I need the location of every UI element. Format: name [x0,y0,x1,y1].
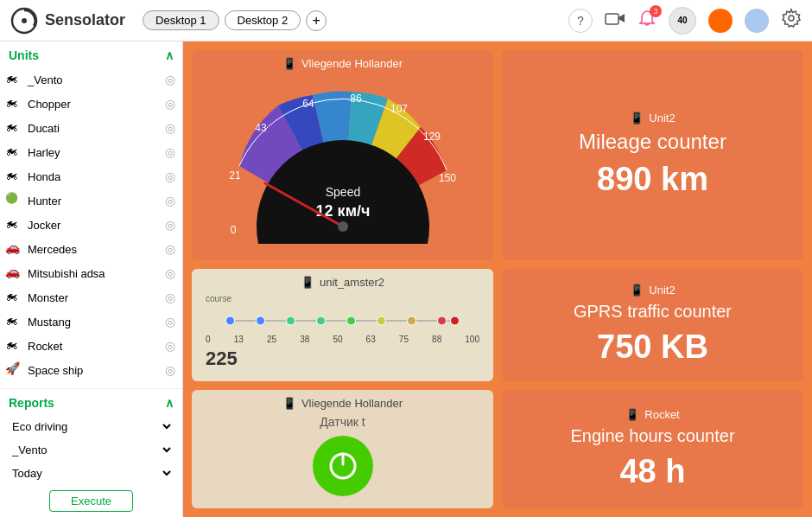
svg-rect-2 [606,14,619,24]
svg-point-25 [408,316,416,325]
svg-text:64: 64 [302,98,314,110]
desktop2-tab[interactable]: Desktop 2 [225,10,301,30]
speedometer-widget: 📱 Vliegende Hollander [192,50,493,260]
mercedes-icon: 🚗 [5,240,22,258]
honda-name: Honda [28,170,165,183]
ducati-name: Ducati [28,122,165,135]
reports-collapse-icon[interactable]: ∧ [165,396,174,410]
settings-icon[interactable] [781,8,802,33]
sidebar-item-spaceship[interactable]: 🚀 Space ship ◎ [0,358,182,382]
sidebar-item-chopper[interactable]: 🏍 Chopper ◎ [0,92,182,116]
engine-value: 48 h [619,453,685,490]
jocker-name: Jocker [28,219,165,232]
monster-name: Monster [28,291,165,304]
report-type-row[interactable]: Eco driving Speed report Mileage report [0,415,182,438]
course-track [199,307,486,335]
units-label: Units [9,48,39,62]
mileage-value: 890 km [597,161,708,198]
report-unit-select[interactable]: _Vento Chopper Rocket [9,443,174,457]
mileage-title: Mileage counter [579,130,726,154]
reports-section: Reports ∧ Eco driving Speed report Milea… [0,388,182,517]
course-value: 225 [199,344,486,370]
sidebar-item-mustang[interactable]: 🏍 Mustang ◎ [0,310,182,334]
notification-icon[interactable]: 3 [638,9,657,32]
svg-point-27 [451,316,460,325]
report-unit-row[interactable]: _Vento Chopper Rocket [0,438,182,462]
spaceship-icon: 🚀 [5,361,22,379]
sidebar: Units ∧ 🏍 _Vento ◎ 🏍 Chopper ◎ 🏍 Ducati … [0,41,183,517]
speedometer-phone-icon: 📱 [282,57,296,70]
sidebar-item-rocket[interactable]: 🏍 Rocket ◎ [0,334,182,358]
mileage-unit-label: Unit2 [649,112,675,124]
svg-text:43: 43 [255,122,267,134]
speedometer-container: 0 21 43 64 86 107 129 150 Speed 12 км/ч [199,75,486,248]
sidebar-item-mitsubishi[interactable]: 🚗 Mitsubishi adsa ◎ [0,261,182,285]
units-collapse-icon[interactable]: ∧ [165,48,174,62]
camera-icon[interactable] [605,10,625,30]
mileage-widget: 📱 Unit2 Mileage counter 890 km [502,50,803,260]
harley-icon: 🏍 [5,144,22,161]
sidebar-item-jocker[interactable]: 🏍 Jocker ◎ [0,213,182,237]
add-desktop-button[interactable]: + [306,10,327,31]
main-content: 📱 Vliegende Hollander [183,41,812,517]
svg-marker-3 [619,14,625,22]
report-period-row[interactable]: Today Yesterday This week [0,462,182,485]
sidebar-item-mercedes[interactable]: 🚗 Mercedes ◎ [0,237,182,261]
course-track-svg [206,310,479,331]
harley-check: ◎ [165,145,175,159]
sidebar-item-ducati[interactable]: 🏍 Ducati ◎ [0,116,182,140]
sidebar-item-vento[interactable]: 🏍 _Vento ◎ [0,67,182,92]
svg-point-24 [377,316,386,325]
mitsubishi-icon: 🚗 [5,265,22,282]
vento-icon: 🏍 [5,71,22,88]
sidebar-item-honda[interactable]: 🏍 Honda ◎ [0,164,182,188]
course-widget: 📱 unit_amster2 course [192,269,493,382]
mileage-phone-icon: 📱 [630,112,644,124]
report-period-select[interactable]: Today Yesterday This week [9,466,174,481]
gprs-header: 📱 Unit2 [630,284,675,297]
execute-button[interactable]: Execute [49,490,133,512]
engine-header: 📱 Rocket [625,408,679,421]
gprs-phone-icon: 📱 [630,284,644,297]
jocker-icon: 🏍 [5,216,22,233]
course-unit-label: unit_amster2 [320,276,384,289]
svg-text:86: 86 [350,93,362,105]
desktop1-tab[interactable]: Desktop 1 [143,10,219,30]
svg-point-17 [338,221,348,232]
reports-label: Reports [9,396,54,410]
rocket-name: Rocket [28,340,165,353]
status-circle-orange [708,9,733,33]
svg-text:107: 107 [390,103,407,115]
help-button[interactable]: ? [568,9,593,33]
rocket-check: ◎ [165,339,175,353]
sensor-widget: 📱 Vliegende Hollander Датчик t [192,390,493,508]
sidebar-item-harley[interactable]: 🏍 Harley ◎ [0,140,182,164]
speedometer-title: Vliegende Hollander [301,57,403,70]
svg-text:129: 129 [422,131,440,143]
chopper-icon: 🏍 [5,95,22,112]
svg-point-22 [317,316,326,325]
mustang-name: Mustang [28,316,165,329]
power-icon [326,449,360,483]
monster-check: ◎ [165,290,175,304]
svg-point-4 [789,16,794,21]
app-title: Sensolator [45,11,125,29]
harley-name: Harley [28,146,165,159]
mercedes-name: Mercedes [28,243,165,256]
mercedes-check: ◎ [165,242,175,256]
report-type-select[interactable]: Eco driving Speed report Mileage report [9,419,174,434]
gprs-title: GPRS traffic counter [574,302,732,322]
mustang-check: ◎ [165,315,175,329]
course-track-label: course [199,294,486,303]
sensor-phone-icon: 📱 [282,397,296,410]
engine-phone-icon: 📱 [625,408,639,421]
main-layout: Units ∧ 🏍 _Vento ◎ 🏍 Chopper ◎ 🏍 Ducati … [0,41,812,517]
sensor-header: 📱 Vliegende Hollander [282,397,403,410]
sidebar-item-hunter[interactable]: 🟢 Hunter ◎ [0,188,182,213]
svg-point-19 [226,316,235,325]
mustang-icon: 🏍 [5,313,22,330]
honda-check: ◎ [165,169,175,183]
speedometer-header: 📱 Vliegende Hollander [199,57,486,70]
hunter-name: Hunter [28,195,165,207]
sidebar-item-monster[interactable]: 🏍 Monster ◎ [0,285,182,310]
